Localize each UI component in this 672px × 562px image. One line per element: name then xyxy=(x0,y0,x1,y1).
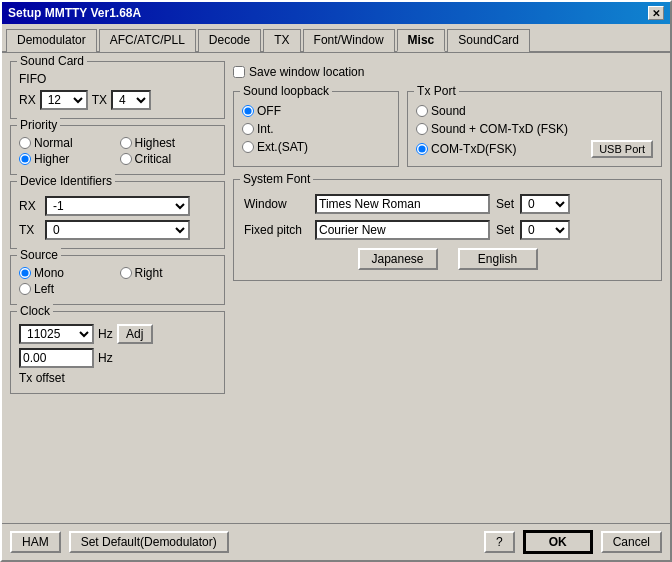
source-left-label: Left xyxy=(34,282,54,296)
txport-com-fsk-label: COM-TxD(FSK) xyxy=(431,142,516,156)
save-location-row: Save window location xyxy=(233,61,662,83)
english-button[interactable]: English xyxy=(458,248,538,270)
sound-card-label: Sound Card xyxy=(17,54,87,68)
japanese-button[interactable]: Japanese xyxy=(358,248,438,270)
title-bar: Setup MMTTY Ver1.68A ✕ xyxy=(2,2,670,24)
priority-options: Normal Highest Higher Critical xyxy=(19,136,216,166)
window-font-num-select[interactable]: 0123 xyxy=(520,194,570,214)
usb-port-button[interactable]: USB Port xyxy=(591,140,653,158)
tab-bar: Demodulator AFC/ATC/PLL Decode TX Font/W… xyxy=(2,24,670,53)
source-right-radio[interactable] xyxy=(120,267,132,279)
priority-normal-radio[interactable] xyxy=(19,137,31,149)
priority-normal-label: Normal xyxy=(34,136,73,150)
window-font-label: Window xyxy=(244,197,309,211)
middle-right: Sound loopback OFF Int. Ext.(SAT) xyxy=(233,91,662,167)
tx-select[interactable]: 42816 xyxy=(111,90,151,110)
source-left: Left xyxy=(19,282,116,296)
fixed-set-label: Set xyxy=(496,223,514,237)
window-font-input[interactable] xyxy=(315,194,490,214)
priority-highest: Highest xyxy=(120,136,217,150)
loopback-off: OFF xyxy=(242,104,390,118)
txport-sound-label: Sound xyxy=(431,104,466,118)
set-default-button[interactable]: Set Default(Demodulator) xyxy=(69,531,229,553)
source-options: Mono Right Left xyxy=(19,266,216,296)
clock-select[interactable]: 110258000220504410048000 xyxy=(19,324,94,344)
tab-afc[interactable]: AFC/ATC/PLL xyxy=(99,29,196,52)
sound-loopback-label: Sound loopback xyxy=(240,84,332,98)
priority-highest-radio[interactable] xyxy=(120,137,132,149)
txport-sound-fsk: Sound + COM-TxD (FSK) xyxy=(416,122,653,136)
source-right-label: Right xyxy=(135,266,163,280)
main-window: Setup MMTTY Ver1.68A ✕ Demodulator AFC/A… xyxy=(0,0,672,562)
source-mono-label: Mono xyxy=(34,266,64,280)
device-rx-label: RX xyxy=(19,199,41,213)
source-label: Source xyxy=(17,248,61,262)
priority-critical: Critical xyxy=(120,152,217,166)
right-panel: Save window location Sound loopback OFF … xyxy=(233,61,662,515)
device-identifiers-group: Device Identifiers RX -1012 TX 012 xyxy=(10,181,225,249)
loopback-int-label: Int. xyxy=(257,122,274,136)
txport-sound-radio[interactable] xyxy=(416,105,428,117)
fixed-pitch-label: Fixed pitch xyxy=(244,223,309,237)
priority-higher: Higher xyxy=(19,152,116,166)
device-rx-select[interactable]: -1012 xyxy=(45,196,190,216)
fixed-font-num-select[interactable]: 0123 xyxy=(520,220,570,240)
loopback-int-radio[interactable] xyxy=(242,123,254,135)
loopback-off-label: OFF xyxy=(257,104,281,118)
tx-port-label: Tx Port xyxy=(414,84,459,98)
clock-row1: 110258000220504410048000 Hz Adj xyxy=(19,324,216,344)
close-button[interactable]: ✕ xyxy=(648,6,664,20)
rx-label: RX xyxy=(19,93,36,107)
window-set-label: Set xyxy=(496,197,514,211)
device-tx-select[interactable]: 012 xyxy=(45,220,190,240)
sound-card-group: Sound Card FIFO RX 1281624 TX 42816 xyxy=(10,61,225,119)
loopback-off-radio[interactable] xyxy=(242,105,254,117)
priority-higher-radio[interactable] xyxy=(19,153,31,165)
device-tx-row: TX 012 xyxy=(19,220,216,240)
save-location-checkbox[interactable] xyxy=(233,66,245,78)
priority-group: Priority Normal Highest Higher xyxy=(10,125,225,175)
bottom-bar: HAM Set Default(Demodulator) ? OK Cancel xyxy=(2,523,670,560)
clock-offset-input[interactable] xyxy=(19,348,94,368)
txport-sound-fsk-radio[interactable] xyxy=(416,123,428,135)
txport-sound: Sound xyxy=(416,104,653,118)
priority-highest-label: Highest xyxy=(135,136,176,150)
ok-button[interactable]: OK xyxy=(523,530,593,554)
clock-label: Clock xyxy=(17,304,53,318)
source-mono: Mono xyxy=(19,266,116,280)
main-content: Sound Card FIFO RX 1281624 TX 42816 Prio… xyxy=(2,53,670,523)
tab-tx[interactable]: TX xyxy=(263,29,300,52)
window-font-row: Window Set 0123 xyxy=(244,194,651,214)
cancel-button[interactable]: Cancel xyxy=(601,531,662,553)
adj-button[interactable]: Adj xyxy=(117,324,153,344)
tab-soundcard[interactable]: SoundCard xyxy=(447,29,530,52)
fixed-font-row: Fixed pitch Set 0123 xyxy=(244,220,651,240)
priority-critical-radio[interactable] xyxy=(120,153,132,165)
sound-loopback-group: Sound loopback OFF Int. Ext.(SAT) xyxy=(233,91,399,167)
tab-fontwindow[interactable]: Font/Window xyxy=(303,29,395,52)
txport-com-fsk-radio[interactable] xyxy=(416,143,428,155)
clock-hz2-label: Hz xyxy=(98,351,113,365)
left-panel: Sound Card FIFO RX 1281624 TX 42816 Prio… xyxy=(10,61,225,515)
tab-decode[interactable]: Decode xyxy=(198,29,261,52)
source-mono-radio[interactable] xyxy=(19,267,31,279)
txport-com-fsk: COM-TxD(FSK) USB Port xyxy=(416,140,653,158)
tab-misc[interactable]: Misc xyxy=(397,29,446,52)
question-button[interactable]: ? xyxy=(484,531,515,553)
device-tx-label: TX xyxy=(19,223,41,237)
fixed-font-input[interactable] xyxy=(315,220,490,240)
rx-select[interactable]: 1281624 xyxy=(40,90,88,110)
source-left-radio[interactable] xyxy=(19,283,31,295)
fifo-label: FIFO xyxy=(19,72,216,86)
loopback-ext-radio[interactable] xyxy=(242,141,254,153)
tx-offset-label: Tx offset xyxy=(19,371,216,385)
clock-row2: Hz xyxy=(19,348,216,368)
device-identifiers-label: Device Identifiers xyxy=(17,174,115,188)
txport-sound-fsk-label: Sound + COM-TxD (FSK) xyxy=(431,122,568,136)
ham-button[interactable]: HAM xyxy=(10,531,61,553)
device-rx-row: RX -1012 xyxy=(19,196,216,216)
priority-normal: Normal xyxy=(19,136,116,150)
loopback-int: Int. xyxy=(242,122,390,136)
tx-label-fifo: TX xyxy=(92,93,107,107)
tab-demodulator[interactable]: Demodulator xyxy=(6,29,97,52)
